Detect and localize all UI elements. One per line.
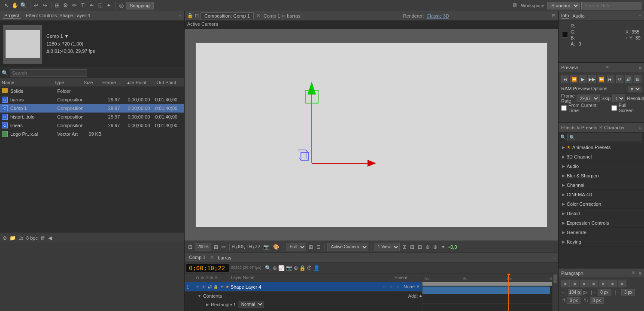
panel-menu-button[interactable]: ≡: [179, 13, 182, 18]
search-help-input[interactable]: [581, 2, 641, 9]
timeline-timecode[interactable]: [186, 264, 229, 272]
effect-expand-arrow[interactable]: ▶: [562, 230, 565, 235]
camera-icon[interactable]: 📷: [262, 244, 270, 250]
crop-icon[interactable]: ✂: [221, 244, 227, 250]
layer-lock-icon[interactable]: 🔒: [213, 284, 218, 290]
next-frame-button[interactable]: ⏩: [598, 75, 605, 83]
effects-tab-character[interactable]: Character: [604, 125, 625, 130]
zoom-button[interactable]: 200%: [195, 243, 211, 251]
effect-item-keying[interactable]: ▶ Keying: [559, 237, 644, 247]
workspace-select[interactable]: Standard: [547, 2, 580, 9]
timeline-tab-comp1[interactable]: Comp 1: [187, 255, 207, 260]
switch1[interactable]: ⊙: [381, 284, 387, 290]
tab-info[interactable]: Info: [561, 13, 569, 18]
justify-right-button[interactable]: ≡: [608, 280, 617, 287]
effect-expand-arrow[interactable]: ▶: [562, 155, 565, 159]
col-header-outpoint[interactable]: Out Point: [156, 80, 182, 85]
effect-item-audio[interactable]: ▶ Audio: [559, 162, 644, 171]
align-center-button[interactable]: ≡: [571, 280, 579, 287]
breadcrumb-barras[interactable]: barras: [287, 13, 300, 18]
renderer-value[interactable]: Classic 3D: [426, 13, 449, 18]
list-item[interactable]: Logo Pr...x.ai Vector Art 69 KB: [0, 130, 184, 138]
effects-menu-icon[interactable]: ≡: [639, 125, 641, 130]
stereo-icon[interactable]: ⊡: [417, 244, 423, 250]
switch2[interactable]: ⊛: [388, 284, 394, 290]
preview-close-icon[interactable]: ✕: [605, 64, 609, 70]
effect-expand-arrow[interactable]: ▶: [562, 174, 565, 178]
timeline-tab-barras[interactable]: barras: [216, 255, 233, 260]
play-audio-button[interactable]: ▶▶: [588, 75, 596, 83]
hand-tool-icon[interactable]: ✋: [11, 2, 19, 9]
effects-tab-main[interactable]: Effects & Presets: [561, 125, 597, 130]
space-before-input[interactable]: [567, 297, 580, 304]
align-left-button[interactable]: ≡: [561, 280, 570, 287]
list-item[interactable]: C barras Composition 29,97 0;00;00;00 0;…: [0, 95, 184, 104]
space-after-input[interactable]: [590, 297, 604, 304]
effect-expand-arrow[interactable]: ▶: [562, 183, 565, 187]
justify-all-button[interactable]: ≡: [618, 280, 626, 287]
effect-item-colorcorrection[interactable]: ▶ Color Correction: [559, 199, 644, 209]
blend-mode-select[interactable]: Normal: [238, 301, 264, 308]
effect-item-expression[interactable]: ▶ Expression Controls: [559, 218, 644, 228]
layer-name[interactable]: Shape Layer 4: [231, 284, 381, 290]
list-item[interactable]: C Comp 1 Composition 29,97 0;00;00;00 0;…: [0, 104, 184, 113]
new-composition-icon[interactable]: 🗂: [18, 235, 24, 241]
work-area-bar[interactable]: [422, 282, 552, 286]
effect-expand-arrow[interactable]: ▶: [562, 164, 565, 168]
last-frame-button[interactable]: ⏭: [607, 75, 614, 83]
expand-button[interactable]: ⊟: [634, 75, 641, 83]
col-header-name[interactable]: Name: [2, 80, 54, 85]
roto-tool-icon[interactable]: ◎: [117, 2, 125, 9]
switch-icon[interactable]: ⊟: [409, 244, 415, 250]
indent-left-input[interactable]: [568, 289, 582, 296]
preview-menu-icon[interactable]: ≡: [639, 65, 641, 70]
viewer-lock-icon[interactable]: 🔒: [187, 13, 193, 18]
undo-icon[interactable]: ↩: [32, 2, 40, 9]
viewer-tab-comp[interactable]: Composition: Comp 1: [200, 12, 254, 19]
grid-icon[interactable]: ⊞: [308, 244, 314, 250]
timeline-tracks[interactable]: 0s 5s 10s 15s 20s 25s 30s 35s: [422, 274, 552, 311]
effect-expand-arrow[interactable]: ▶: [562, 221, 565, 225]
viewer-snap-icon[interactable]: ⊡: [195, 13, 199, 18]
info-panel-menu[interactable]: ≡: [639, 13, 641, 18]
effect-item-cinema4d[interactable]: ▶ CINEMA 4D: [559, 190, 644, 199]
effect-item-blur[interactable]: ▶ Blur & Sharpen: [559, 171, 644, 180]
tl-magnet-icon[interactable]: ⊛: [273, 265, 277, 271]
col-header-inpoint[interactable]: In Point: [131, 80, 157, 85]
tab-effect-controls[interactable]: Effect Controls: Shape Layer 4: [24, 13, 92, 18]
col-header-type[interactable]: Type: [54, 80, 83, 85]
paragraph-close-icon[interactable]: ✕: [632, 270, 635, 276]
list-item[interactable]: Solids Folder: [0, 87, 184, 95]
new-folder-icon[interactable]: 📁: [9, 235, 16, 241]
resolution-select[interactable]: Full: [286, 243, 306, 251]
snap-icon[interactable]: ✦: [440, 244, 446, 250]
playhead[interactable]: [508, 274, 509, 311]
layer-solo-icon[interactable]: ☀: [195, 284, 200, 290]
list-item[interactable]: C lineas Composition 29,97 0;00;00;00 0;…: [0, 121, 184, 130]
full-screen-checkbox[interactable]: [611, 105, 617, 111]
tl-person-icon[interactable]: 👤: [313, 265, 320, 271]
redo-icon[interactable]: ↪: [41, 2, 49, 9]
paint-icon[interactable]: ✏: [70, 2, 78, 9]
col-header-frame[interactable]: Frame ...: [102, 80, 126, 85]
align-right-button[interactable]: ≡: [580, 280, 589, 287]
rect-expand-icon[interactable]: ▶: [206, 302, 209, 307]
indent-right2-input[interactable]: [621, 289, 635, 296]
prev-frame-button[interactable]: ⏪: [570, 75, 577, 83]
layer-expand-icon[interactable]: ▼: [220, 284, 224, 289]
settings-icon[interactable]: ⚙: [62, 2, 70, 9]
breadcrumb-comp1[interactable]: Comp 1: [264, 13, 280, 18]
parent-dropdown[interactable]: ▼: [416, 284, 420, 290]
pen-tool-icon[interactable]: ✒: [88, 2, 95, 9]
navigate-left-icon[interactable]: ◀: [48, 235, 52, 241]
interpret-footage-icon[interactable]: ⊘: [3, 235, 7, 241]
project-search-input[interactable]: [10, 69, 87, 77]
shape-tool-icon[interactable]: ◱: [96, 2, 104, 9]
effects-tab-close[interactable]: ✕: [599, 125, 602, 130]
tab-project[interactable]: Project: [3, 13, 21, 18]
snapping-button[interactable]: Snapping: [126, 2, 154, 9]
audio-toggle-button[interactable]: 🔊: [625, 75, 632, 83]
tl-search-icon[interactable]: 🔍: [265, 265, 271, 271]
justify-center-button[interactable]: ≡: [599, 280, 608, 287]
indent-right-input[interactable]: [598, 289, 611, 296]
